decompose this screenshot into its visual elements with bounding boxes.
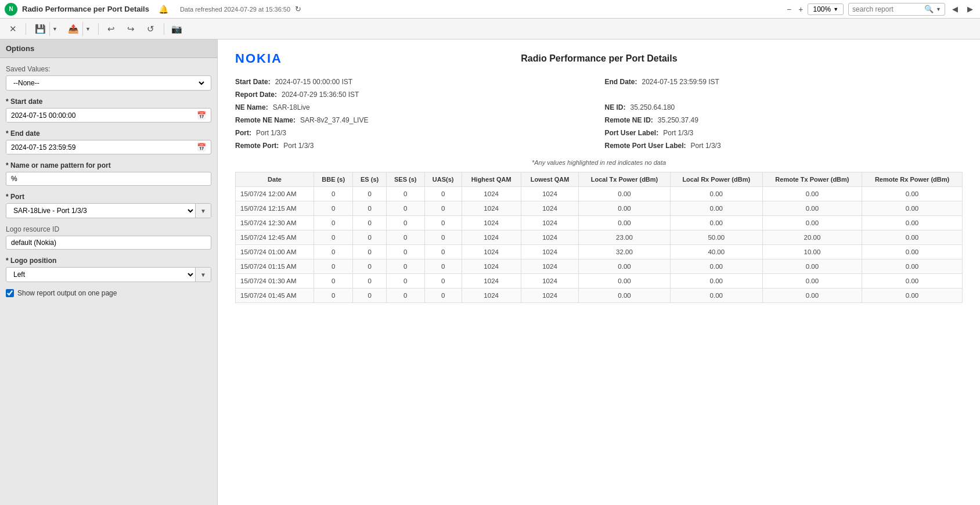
port-name-group: * Name or name pattern for port [6,161,211,186]
options-header: Options [0,39,217,58]
table-row: 15/07/24 01:45 AM0000102410240.000.000.0… [236,288,963,303]
table-cell: 0 [314,274,353,288]
nav-next-button[interactable]: ▶ [965,3,975,15]
search-icon[interactable]: 🔍 [924,5,934,13]
table-cell: 15/07/24 01:30 AM [236,274,314,288]
table-cell: 0.00 [579,288,671,303]
table-cell: 0 [353,216,386,230]
refresh-icon[interactable]: ↻ [295,5,301,13]
table-cell: 15/07/24 12:00 AM [236,187,314,201]
export-arrow-icon[interactable]: ▼ [82,22,93,36]
table-cell: 0 [424,216,462,230]
meta-remote-ne-id: Remote NE ID: 35.250.37.49 [605,116,963,124]
report-meta: Start Date: 2024-07-15 00:00:00 IST Repo… [235,78,963,150]
search-dropdown-arrow[interactable]: ▼ [936,6,941,12]
top-bar: N Radio Performance per Port Details 🔔 D… [0,0,980,19]
table-cell: 0.00 [579,274,671,288]
table-cell: 0 [314,201,353,216]
table-cell: 1024 [521,288,578,303]
table-cell: 0.00 [862,230,963,245]
meta-remote-port: Remote Port: Port 1/3/3 [235,142,593,150]
logo-resource-input[interactable] [6,236,211,250]
table-cell: 0.00 [670,201,762,216]
table-cell: 0 [353,245,386,259]
table-cell: 0 [424,259,462,274]
start-date-label: * Start date [6,98,211,106]
table-cell: 0 [314,216,353,230]
port-select-arrow[interactable]: ▼ [195,204,211,218]
table-cell: 0.00 [862,201,963,216]
table-cell: 0.00 [862,245,963,259]
logo-position-select[interactable]: Left [6,268,195,282]
start-date-input[interactable] [6,109,192,122]
zoom-in-button[interactable]: + [796,3,805,15]
bell-icon[interactable]: 🔔 [158,5,168,14]
table-cell: 0.00 [670,259,762,274]
refresh-text: Data refreshed 2024-07-29 at 15:36:50 [180,6,290,13]
table-cell: 0 [353,259,386,274]
end-date-input[interactable] [6,141,192,154]
table-cell: 0 [424,230,462,245]
table-col-header: Date [236,172,314,187]
table-cell: 0.00 [762,259,862,274]
port-label: * Port [6,193,211,201]
logo-resource-group: Logo resource ID [6,225,211,250]
report-note: *Any values highlighted in red indicates… [235,159,963,166]
show-report-checkbox[interactable] [6,289,14,297]
saved-values-group: Saved Values: --None-- [6,65,211,91]
export-split-button[interactable]: 📤 ▼ [64,21,93,37]
table-cell: 0.00 [579,259,671,274]
redo-button[interactable]: ↪ [123,21,139,37]
start-date-calendar-icon[interactable]: 📅 [192,109,211,122]
close-button[interactable]: ✕ [5,21,21,37]
reset-button[interactable]: ↺ [143,21,159,37]
port-name-input[interactable] [6,172,211,186]
logo-position-arrow[interactable]: ▼ [195,268,211,282]
port-select[interactable]: SAR-18Live - Port 1/3/3 [6,204,195,218]
table-header-row: DateBBE (s)ES (s)SES (s)UAS(s)Highest QA… [236,172,963,187]
undo-button[interactable]: ↩ [103,21,120,37]
table-cell: 0 [353,187,386,201]
save-icon[interactable]: 💾 [31,22,49,36]
zoom-out-button[interactable]: − [784,3,794,15]
options-panel: Options Saved Values: --None-- * Start d… [0,39,218,505]
table-cell: 1024 [462,288,521,303]
meta-ne-name: NE Name: SAR-18Live [235,103,593,111]
table-cell: 0 [386,288,424,303]
report-area: NOKIA Radio Performance per Port Details… [218,39,980,505]
logo-position-group: * Logo position Left ▼ [6,257,211,282]
screenshot-button[interactable]: 📷 [169,21,185,37]
meta-report-date: Report Date: 2024-07-29 15:36:50 IST [235,91,593,99]
table-cell: 0 [386,245,424,259]
table-col-header: Local Tx Power (dBm) [579,172,671,187]
search-wrap: 🔍 ▼ [848,3,945,16]
table-cell: 0.00 [862,288,963,303]
save-arrow-icon[interactable]: ▼ [49,22,60,36]
search-input[interactable] [852,5,922,13]
separator-3 [164,23,164,35]
table-cell: 23.00 [579,230,671,245]
end-date-calendar-icon[interactable]: 📅 [192,140,211,154]
logo-position-label: * Logo position [6,257,211,265]
saved-values-select[interactable]: --None-- [11,78,206,88]
nav-prev-button[interactable]: ◀ [950,3,960,15]
show-report-row: Show report output on one page [6,289,211,297]
save-split-button[interactable]: 💾 ▼ [31,21,60,37]
port-select-wrap[interactable]: SAR-18Live - Port 1/3/3 ▼ [6,203,211,218]
zoom-value-selector[interactable]: 100% ▼ [808,3,844,15]
table-cell: 0 [386,259,424,274]
saved-values-select-wrap[interactable]: --None-- [6,75,211,91]
table-cell: 0 [353,201,386,216]
table-cell: 15/07/24 12:45 AM [236,230,314,245]
options-body: Saved Values: --None-- * Start date 📅 * … [0,58,217,304]
logo-position-select-wrap[interactable]: Left ▼ [6,267,211,282]
table-cell: 15/07/24 01:45 AM [236,288,314,303]
table-cell: 1024 [521,230,578,245]
table-col-header: Lowest QAM [521,172,578,187]
table-cell: 0 [386,201,424,216]
export-icon[interactable]: 📤 [64,22,82,36]
separator-1 [26,23,26,35]
table-row: 15/07/24 12:45 AM00001024102423.0050.002… [236,230,963,245]
table-cell: 15/07/24 01:00 AM [236,245,314,259]
table-cell: 0.00 [670,288,762,303]
